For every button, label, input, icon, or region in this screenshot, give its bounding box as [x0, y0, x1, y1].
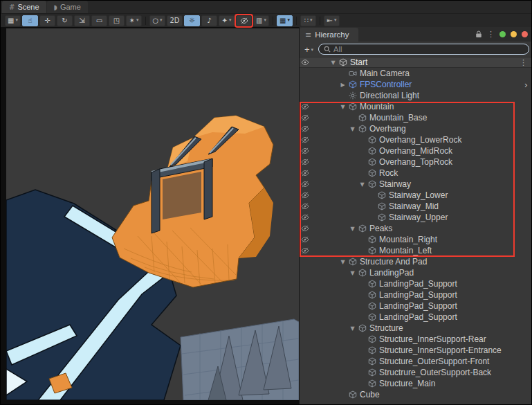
- visibility-off-eye-icon[interactable]: [300, 191, 311, 199]
- object-name: LandingPad_Support: [379, 279, 457, 289]
- visibility-off-eye-icon[interactable]: [300, 102, 311, 111]
- camera-view-button[interactable]: ▥▾: [253, 15, 269, 26]
- foldout-open-icon[interactable]: ▼: [348, 270, 357, 276]
- visibility-off-eye-icon[interactable]: [300, 224, 311, 233]
- overlay-nav-button[interactable]: ⇤▾: [324, 15, 340, 26]
- hierarchy-row-mountain-base[interactable]: Mountain_Base: [300, 112, 532, 123]
- visibility-off-eye-icon[interactable]: [300, 147, 311, 155]
- cube-icon: [367, 379, 377, 388]
- object-name: Mountain_Left: [379, 246, 432, 255]
- custom-tool-button[interactable]: ✶▾: [126, 15, 142, 26]
- audio-toggle-button[interactable]: ♪: [201, 15, 217, 26]
- move-tool-button[interactable]: ✛: [39, 15, 55, 26]
- rect-tool-glyph: ▭: [96, 17, 102, 24]
- tab-hierarchy[interactable]: ≡ Hierarchy: [300, 28, 358, 42]
- object-name: Overhang_LowerRock: [379, 135, 461, 145]
- visibility-off-eye-icon[interactable]: [300, 202, 311, 210]
- transform-tool-button[interactable]: ◳: [109, 15, 125, 26]
- hierarchy-row-main-camera[interactable]: Main Camera: [300, 68, 532, 79]
- hierarchy-row-overhang-lowerrock[interactable]: Overhang_LowerRock: [300, 134, 532, 145]
- hierarchy-row-directional-light[interactable]: Directional Light: [300, 90, 532, 101]
- move-tool-glyph: ✛: [44, 17, 50, 24]
- visibility-off-eye-icon[interactable]: [300, 158, 311, 166]
- hierarchy-row-structure[interactable]: ▼Structure: [300, 323, 532, 334]
- draw-mode-button[interactable]: ○▾: [149, 15, 165, 26]
- foldout-open-icon[interactable]: ▼: [358, 181, 367, 188]
- hierarchy-row-stairway-lower[interactable]: Stairway_Lower: [300, 190, 532, 201]
- hierarchy-row-landingpad-support[interactable]: LandingPad_Support: [300, 312, 532, 323]
- visibility-off-eye-icon[interactable]: [300, 180, 311, 188]
- create-object-button[interactable]: + ▾: [303, 45, 315, 54]
- hierarchy-row-overhang[interactable]: ▼Overhang: [300, 123, 532, 134]
- rotate-tool-button[interactable]: ↻: [57, 15, 73, 26]
- hierarchy-row-rock[interactable]: Rock: [300, 168, 532, 179]
- toolbar-separator: [145, 17, 146, 25]
- object-name: Stairway_Upper: [389, 213, 448, 222]
- cube-icon: [367, 180, 377, 188]
- visibility-off-eye-icon[interactable]: [300, 235, 311, 244]
- object-name: Mountain_Base: [369, 113, 427, 123]
- hierarchy-row-landingpad-support[interactable]: LandingPad_Support: [300, 289, 532, 300]
- hierarchy-row-stairway-mid[interactable]: Stairway_Mid: [300, 201, 532, 212]
- foldout-closed-icon[interactable]: ▶: [338, 82, 347, 88]
- kebab-menu-icon[interactable]: ⋮: [520, 58, 530, 67]
- tab-scene[interactable]: # Scene: [2, 1, 46, 13]
- object-name: Structure: [369, 323, 403, 333]
- tab-game[interactable]: ◗ Game: [47, 1, 88, 13]
- visibility-off-eye-icon[interactable]: [300, 246, 311, 255]
- hierarchy-row-cube[interactable]: Cube: [300, 389, 532, 400]
- snap-settings-button[interactable]: ∷▾: [300, 15, 316, 26]
- grid-visibility-button[interactable]: ▦▾: [277, 15, 293, 26]
- scene-visibility-button[interactable]: [236, 15, 252, 26]
- hierarchy-row-fpscontroller[interactable]: ▶FPSController›: [300, 79, 532, 90]
- hierarchy-row-mountain[interactable]: ▼Mountain: [300, 101, 532, 112]
- object-name: Mountain_Right: [379, 235, 437, 244]
- scene-viewport[interactable]: [6, 28, 299, 400]
- visibility-off-eye-icon[interactable]: [300, 169, 311, 177]
- cube-icon: [367, 302, 377, 310]
- hierarchy-row-structure-innersupport-entrance[interactable]: Structure_InnerSupport-Entrance: [300, 345, 532, 356]
- foldout-open-icon[interactable]: ▼: [348, 126, 357, 132]
- visibility-off-eye-icon[interactable]: [300, 114, 311, 122]
- hierarchy-row-structrure-outersupport-back[interactable]: Structrure_OuterSupport-Back: [300, 367, 532, 378]
- visibility-off-eye-icon[interactable]: [300, 136, 311, 144]
- 2d-toggle-button[interactable]: 2D: [167, 15, 183, 26]
- hierarchy-row-mountain-right[interactable]: Mountain_Right: [300, 234, 532, 245]
- tool-settings-button[interactable]: ▦▾: [5, 15, 21, 26]
- hierarchy-header-actions: ⋮: [475, 27, 532, 42]
- search-input[interactable]: [333, 45, 524, 53]
- hierarchy-row-structure-outersupport-front[interactable]: Structure_OuterSupport-Front: [300, 356, 532, 367]
- search-field[interactable]: [318, 44, 529, 55]
- scale-tool-button[interactable]: ⇲: [74, 15, 90, 26]
- hierarchy-row-structure-and-pad[interactable]: ▼Structure And Pad: [300, 256, 532, 267]
- hierarchy-row-peaks[interactable]: ▼Peaks: [300, 223, 532, 234]
- hierarchy-row-mountain-left[interactable]: Mountain_Left: [300, 245, 532, 256]
- visibility-off-eye-icon[interactable]: [300, 125, 311, 133]
- lighting-toggle-button[interactable]: ☼: [184, 15, 200, 26]
- hierarchy-row-structure-main[interactable]: Structure_Main: [300, 378, 532, 389]
- audio-toggle-glyph: ♪: [207, 17, 211, 24]
- prefab-cube-icon: [347, 80, 358, 89]
- prefab-expand-arrow[interactable]: ›: [524, 80, 530, 89]
- hierarchy-row-landingpad-support[interactable]: LandingPad_Support: [300, 278, 532, 289]
- foldout-open-icon[interactable]: ▼: [348, 325, 357, 332]
- hierarchy-row-landingpad-support[interactable]: LandingPad_Support: [300, 300, 532, 312]
- hierarchy-row-structure-innersupport-rear[interactable]: Structure_InnerSupport-Rear: [300, 334, 532, 345]
- foldout-open-icon[interactable]: ▼: [338, 104, 347, 110]
- foldout-open-icon[interactable]: ▼: [329, 60, 338, 66]
- view-hand-tool-button[interactable]: ☝: [22, 15, 38, 26]
- visibility-eye-icon[interactable]: [300, 58, 311, 66]
- hierarchy-row-stairway[interactable]: ▼Stairway: [300, 179, 532, 190]
- hierarchy-row-landingpad[interactable]: ▼LandingPad: [300, 267, 532, 278]
- hierarchy-row-overhang-midrock[interactable]: Overhang_MidRock: [300, 145, 532, 156]
- rect-tool-button[interactable]: ▭: [91, 15, 107, 26]
- lock-icon[interactable]: [475, 30, 482, 38]
- foldout-open-icon[interactable]: ▼: [338, 259, 347, 265]
- visibility-off-eye-icon[interactable]: [300, 213, 311, 222]
- hierarchy-row-stairway-upper[interactable]: Stairway_Upper: [300, 212, 532, 223]
- panel-kebab-menu-icon[interactable]: ⋮: [487, 30, 495, 39]
- effects-button[interactable]: ✦▾: [219, 15, 235, 26]
- foldout-open-icon[interactable]: ▼: [348, 226, 357, 232]
- hierarchy-row-start[interactable]: ▼Start⋮: [300, 57, 532, 68]
- hierarchy-row-overhang-toprock[interactable]: Overhang_TopRock: [300, 156, 532, 168]
